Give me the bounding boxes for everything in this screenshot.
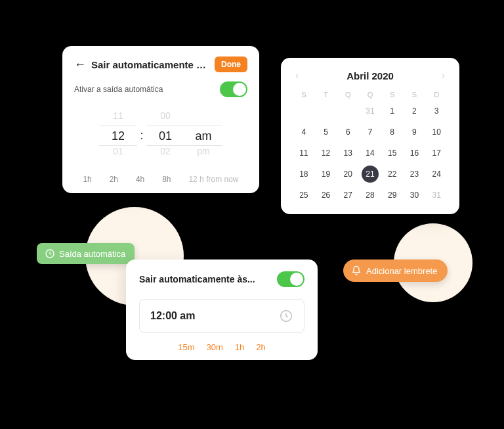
duration-shortcuts: 1h 2h 4h 8h 12 h from now	[74, 175, 247, 184]
auto-leave-tag[interactable]: Saída automática	[37, 243, 135, 264]
card-title: Sair automaticamente às...	[139, 274, 255, 284]
back-arrow-icon[interactable]: ←	[74, 58, 86, 72]
calendar-day[interactable]: 21	[362, 166, 379, 183]
calendar-day[interactable]: 14	[359, 145, 381, 162]
calendar-day[interactable]: 15	[381, 145, 404, 162]
add-reminder-button[interactable]: Adicionar lembrete	[343, 260, 448, 282]
shortcut-30m[interactable]: 30m	[207, 342, 223, 352]
calendar-day[interactable]: 2	[404, 102, 426, 120]
calendar-day[interactable]: 11	[293, 145, 315, 162]
shortcut-note: 12 h from now	[188, 175, 238, 184]
done-button[interactable]: Done	[215, 56, 247, 72]
shortcut-2h[interactable]: 2h	[256, 342, 265, 352]
calendar-dow: Q	[337, 91, 359, 99]
auto-leave-card: ← Sair automaticamente às... Done Ativar…	[62, 46, 259, 193]
card-title: Sair automaticamente às...	[91, 59, 209, 70]
shortcut-1h[interactable]: 1h	[83, 175, 91, 184]
time-value: 12:00 am	[150, 310, 196, 322]
calendar-card: ‹ Abril 2020 › STQQSSD311234567891011121…	[281, 58, 459, 214]
calendar-day[interactable]: 23	[404, 166, 426, 183]
calendar-dow: T	[315, 91, 337, 99]
shortcut-8h[interactable]: 8h	[162, 175, 171, 184]
calendar-day[interactable]: 24	[425, 166, 448, 183]
calendar-day	[337, 102, 359, 120]
calendar-grid: STQQSSD311234567891011121314151617181920…	[293, 91, 448, 204]
auto-leave-mini-card: Sair automaticamente às... 12:00 am 15m …	[126, 260, 318, 360]
shortcut-4h[interactable]: 4h	[136, 175, 144, 184]
calendar-day[interactable]: 28	[359, 187, 381, 204]
calendar-day	[293, 102, 315, 120]
ampm-column[interactable]: am pm	[184, 110, 222, 160]
calendar-day[interactable]: 16	[404, 145, 426, 162]
calendar-day[interactable]: 12	[315, 145, 337, 162]
shortcut-15m[interactable]: 15m	[178, 342, 194, 352]
calendar-day[interactable]: 30	[404, 187, 426, 204]
calendar-day[interactable]: 5	[315, 124, 337, 141]
calendar-day[interactable]: 25	[293, 187, 315, 204]
calendar-dow: S	[293, 91, 315, 99]
calendar-dow: D	[425, 91, 448, 99]
calendar-day[interactable]: 19	[315, 166, 337, 183]
calendar-dow: S	[381, 91, 404, 99]
calendar-day[interactable]: 31	[359, 102, 381, 120]
calendar-prev-icon[interactable]: ‹	[293, 70, 301, 81]
calendar-day[interactable]: 13	[337, 145, 359, 162]
bell-icon	[351, 265, 362, 276]
shortcut-1h[interactable]: 1h	[235, 342, 244, 352]
calendar-title: Abril 2020	[346, 70, 394, 81]
time-picker[interactable]: 11 12 01 : 00 01 02 am pm	[74, 110, 247, 160]
hour-column[interactable]: 11 12 01	[99, 110, 137, 160]
calendar-day[interactable]: 31	[425, 187, 448, 204]
calendar-day[interactable]: 22	[381, 166, 404, 183]
shortcut-2h[interactable]: 2h	[110, 175, 118, 184]
calendar-day[interactable]: 1	[381, 102, 404, 120]
tag-label: Saída automática	[59, 249, 125, 259]
time-input[interactable]: 12:00 am	[139, 299, 304, 333]
calendar-day[interactable]: 10	[425, 124, 448, 141]
auto-leave-toggle[interactable]	[277, 271, 304, 287]
calendar-day[interactable]: 20	[337, 166, 359, 183]
calendar-day[interactable]: 27	[337, 187, 359, 204]
duration-shortcuts: 15m 30m 1h 2h	[139, 342, 304, 352]
calendar-day[interactable]: 3	[425, 102, 448, 120]
calendar-day[interactable]: 7	[359, 124, 381, 141]
clock-icon	[45, 248, 55, 259]
calendar-dow: S	[404, 91, 426, 99]
auto-leave-toggle[interactable]	[220, 81, 247, 97]
calendar-day[interactable]: 17	[425, 145, 448, 162]
calendar-day[interactable]: 8	[381, 124, 404, 141]
button-label: Adicionar lembrete	[366, 266, 437, 276]
calendar-day[interactable]: 4	[293, 124, 315, 141]
minute-column[interactable]: 00 01 02	[146, 110, 184, 160]
calendar-day[interactable]: 18	[293, 166, 315, 183]
colon: :	[137, 110, 146, 160]
clock-icon	[279, 309, 293, 323]
calendar-day[interactable]: 9	[404, 124, 426, 141]
calendar-next-icon[interactable]: ›	[439, 70, 448, 81]
calendar-dow: Q	[359, 91, 381, 99]
calendar-day[interactable]: 26	[315, 187, 337, 204]
toggle-label: Ativar a saída automática	[74, 85, 163, 94]
calendar-day[interactable]: 29	[381, 187, 404, 204]
calendar-day[interactable]: 6	[337, 124, 359, 141]
calendar-day	[315, 102, 337, 120]
